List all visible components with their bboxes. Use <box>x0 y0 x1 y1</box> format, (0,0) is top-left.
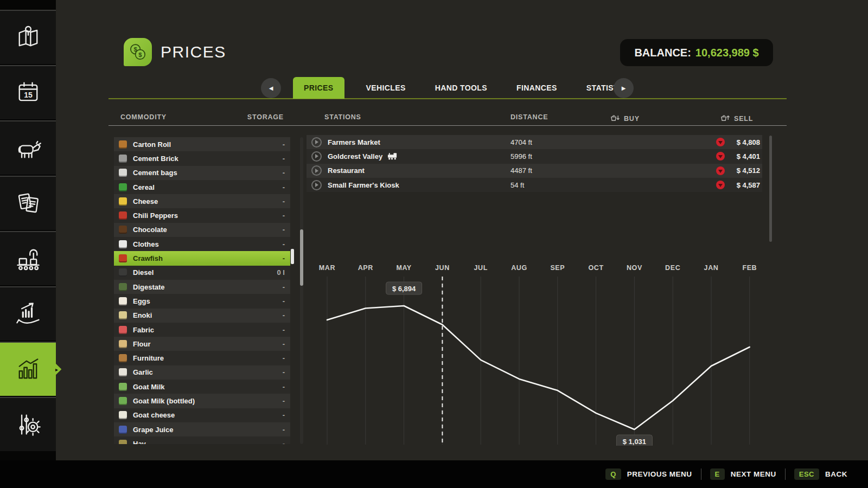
commodity-row[interactable]: Goat cheese - <box>114 408 290 422</box>
digestate-icon <box>119 283 127 291</box>
sidebar-item-settings[interactable] <box>0 397 56 451</box>
contracts-icon <box>14 189 42 217</box>
commodity-row[interactable]: Hay - <box>114 436 290 444</box>
commodity-row[interactable]: Goat Milk - <box>114 380 290 394</box>
commodity-storage: - <box>283 211 290 220</box>
commodity-row[interactable]: Chocolate - <box>114 223 290 237</box>
commodity-row[interactable]: Eggs - <box>114 294 290 308</box>
commodity-name: Cement Brick <box>133 155 178 163</box>
station-distance: 4487 ft <box>510 166 532 175</box>
commodity-storage: - <box>283 368 290 376</box>
column-stations: STATIONS <box>324 113 361 121</box>
commodity-row[interactable]: Enoki - <box>114 309 290 323</box>
commodity-name: Cereal <box>133 183 155 191</box>
sidebar-item-animals[interactable] <box>0 120 56 175</box>
carton-roll-icon <box>119 140 127 149</box>
commodity-name: Carton Roll <box>133 140 171 149</box>
svg-text:$: $ <box>138 52 142 58</box>
sidebar-item-finances[interactable] <box>0 286 56 341</box>
cheese-icon <box>119 197 127 206</box>
diesel-icon <box>119 268 127 277</box>
commodity-row[interactable]: Digestate - <box>114 280 290 294</box>
commodity-storage: - <box>283 311 290 319</box>
tab-vehicles[interactable]: VEHICLES <box>359 77 413 99</box>
commodity-name: Cheese <box>133 197 158 206</box>
shortcut[interactable]: Q PREVIOUS MENU <box>605 468 692 480</box>
station-row[interactable]: Farmers Market 4704 ft $ 4,808 <box>307 135 762 149</box>
price-down-icon <box>716 166 725 175</box>
commodity-row[interactable]: Grape Juice - <box>114 422 290 436</box>
price-down-icon <box>716 152 725 160</box>
sidebar-item-production[interactable] <box>0 231 56 285</box>
sell-price: $ 4,401 <box>730 152 760 160</box>
station-row[interactable]: Small Farmer's Kiosk 54 ft $ 4,587 <box>307 178 762 192</box>
page-title: PRICES <box>161 43 226 61</box>
tabs-next-button[interactable]: ▶ <box>614 78 634 98</box>
sidebar-item-map[interactable] <box>0 10 56 64</box>
commodity-storage: - <box>283 240 290 248</box>
commodity-row[interactable]: Cheese - <box>114 194 290 208</box>
column-commodity: COMMODITY <box>120 113 167 121</box>
station-scrollbar-thumb[interactable] <box>769 136 772 242</box>
shortcut-label: NEXT MENU <box>731 470 776 478</box>
key-badge[interactable]: ESC <box>794 468 819 480</box>
station-row[interactable]: Restaurant 4487 ft $ 4,512 <box>307 164 762 178</box>
commodity-scrollbar-thumb[interactable] <box>300 229 303 286</box>
tabs-prev-button[interactable]: ◀ <box>261 78 281 98</box>
hay-icon <box>119 440 127 444</box>
fabric-icon <box>119 326 127 334</box>
production-icon <box>14 245 42 273</box>
arrow-left-icon: ◀ <box>269 85 273 91</box>
sidebar-item-prices-statistics[interactable]: ▸ <box>0 342 56 396</box>
station-marker-icon <box>311 165 322 176</box>
commodity-storage: - <box>283 326 290 334</box>
sidebar-item-contracts[interactable] <box>0 176 56 230</box>
commodity-row[interactable]: Diesel 0 l <box>114 266 290 280</box>
commodity-name: Goat Milk (bottled) <box>133 397 195 405</box>
sell-cell: $ 4,512 <box>716 166 760 175</box>
shortcut[interactable]: ESC BACK <box>785 468 847 480</box>
chocolate-icon <box>119 226 127 234</box>
tab-prices[interactable]: PRICES <box>293 77 344 99</box>
commodity-row[interactable]: Garlic - <box>114 365 290 380</box>
commodity-row[interactable]: Furniture - <box>114 351 290 365</box>
station-name: Restaurant <box>328 166 365 175</box>
commodity-row[interactable]: Crawfish - <box>114 251 290 265</box>
station-row[interactable]: Goldcrest Valley 5996 ft $ 4,401 <box>307 149 762 163</box>
commodity-name: Diesel <box>133 268 154 277</box>
station-distance: 4704 ft <box>510 138 532 146</box>
sidebar-item-calendar[interactable]: 15 <box>0 65 56 119</box>
commodity-storage: - <box>283 155 290 163</box>
commodity-name: Digestate <box>133 283 165 291</box>
commodity-row[interactable]: Flour - <box>114 337 290 351</box>
header-divider <box>108 125 787 126</box>
commodity-name: Chili Peppers <box>133 211 178 220</box>
commodity-row[interactable]: Clothes - <box>114 237 290 251</box>
footer-bar: Q PREVIOUS MENU E NEXT MENU ESC BACK <box>0 460 868 488</box>
commodity-row[interactable]: Chili Peppers - <box>114 208 290 222</box>
sell-price: $ 4,587 <box>730 181 760 189</box>
sell-cell: $ 4,587 <box>716 181 760 189</box>
commodity-row[interactable]: Goat Milk (bottled) - <box>114 394 290 408</box>
key-badge[interactable]: Q <box>605 468 621 480</box>
finances-icon <box>14 300 42 328</box>
garlic-icon <box>119 368 127 376</box>
price-history-chart: MARAPRMAYJUNJULAUGSEPOCTNOVDECJANFEB$ 6,… <box>304 261 770 446</box>
commodity-row[interactable]: Carton Roll - <box>114 137 290 151</box>
goat-milk-bottled-icon <box>119 397 127 405</box>
commodity-row[interactable]: Cereal - <box>114 180 290 194</box>
price-annotation: $ 6,894 <box>392 285 416 293</box>
commodity-row[interactable]: Cement Brick - <box>114 151 290 165</box>
month-label: JUL <box>474 264 487 272</box>
shortcut[interactable]: E NEXT MENU <box>701 468 776 480</box>
column-buy: BUY <box>610 113 640 124</box>
cereal-icon <box>119 183 127 191</box>
key-badge[interactable]: E <box>710 468 725 480</box>
commodity-storage: - <box>283 354 290 362</box>
prices-screen: 15 <box>0 0 868 488</box>
commodity-row[interactable]: Fabric - <box>114 323 290 337</box>
tab-finances[interactable]: FINANCES <box>509 77 565 99</box>
commodity-row[interactable]: Cement bags - <box>114 166 290 180</box>
month-label: FEB <box>742 264 757 272</box>
tab-hand-tools[interactable]: HAND TOOLS <box>427 77 495 99</box>
